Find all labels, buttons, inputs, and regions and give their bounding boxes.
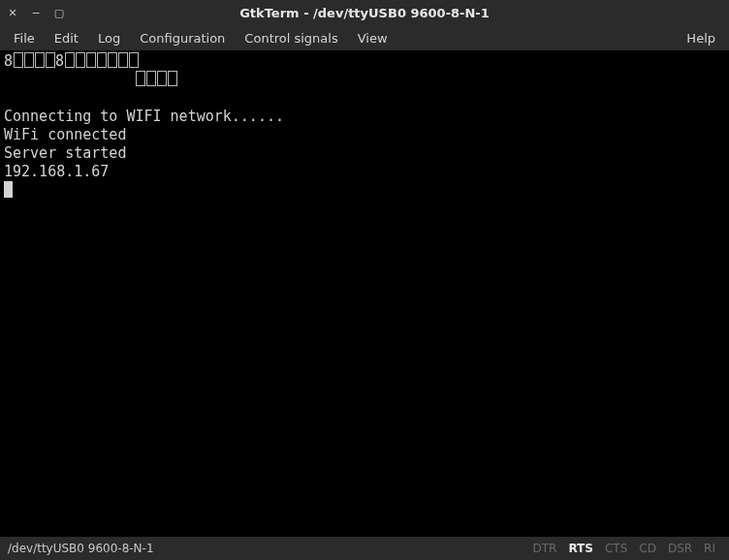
garbage-glyph [24,52,34,68]
terminal-output[interactable]: 88 Connecting to WIFI network...... WiFi… [0,50,729,537]
signal-cd[interactable]: CD [633,542,662,555]
menu-configuration[interactable]: Configuration [130,27,235,49]
garbage-glyph [136,71,145,86]
garbage-glyph [168,71,177,86]
menu-help[interactable]: Help [677,27,725,49]
statusbar: /dev/ttyUSB0 9600-8-N-1 DTR RTS CTS CD D… [0,537,729,560]
terminal-line: WiFi connected [4,126,126,143]
maximize-icon[interactable]: ▢ [52,6,66,19]
menu-control-signals[interactable]: Control signals [235,27,347,49]
menubar: File Edit Log Configuration Control sign… [0,25,729,50]
terminal-char: 8 [55,52,64,70]
menu-file[interactable]: File [4,27,45,49]
garbage-glyph [97,52,107,68]
garbage-glyph [76,52,85,68]
garbage-glyph [129,52,139,68]
garbage-glyph [65,52,75,68]
menu-view[interactable]: View [348,27,397,49]
garbage-glyph [146,71,156,86]
garbage-glyph [157,71,167,86]
garbage-glyph [14,52,23,68]
signal-cts[interactable]: CTS [599,542,633,555]
close-icon[interactable]: ✕ [6,6,19,19]
terminal-char: 8 [4,52,13,70]
terminal-line: Server started [4,144,126,162]
minimize-icon[interactable]: ─ [29,6,43,19]
menu-edit[interactable]: Edit [45,27,88,49]
signal-ri[interactable]: RI [698,542,721,555]
garbage-glyph [118,52,128,68]
titlebar: ✕ ─ ▢ GtkTerm - /dev/ttyUSB0 9600-8-N-1 [0,0,729,25]
terminal-cursor [4,181,13,198]
garbage-glyph [86,52,96,68]
garbage-glyph [108,52,117,68]
signal-dtr[interactable]: DTR [527,542,563,555]
signal-dsr[interactable]: DSR [662,542,698,555]
window-controls: ✕ ─ ▢ [6,6,66,19]
terminal-line: 192.168.1.67 [4,163,109,180]
garbage-glyph [35,52,45,68]
terminal-line: Connecting to WIFI network...... [4,108,284,125]
status-port: /dev/ttyUSB0 9600-8-N-1 [8,542,154,555]
window-title: GtkTerm - /dev/ttyUSB0 9600-8-N-1 [0,6,729,20]
menu-log[interactable]: Log [88,27,130,49]
garbage-glyph [46,52,55,68]
signal-rts[interactable]: RTS [562,542,599,555]
